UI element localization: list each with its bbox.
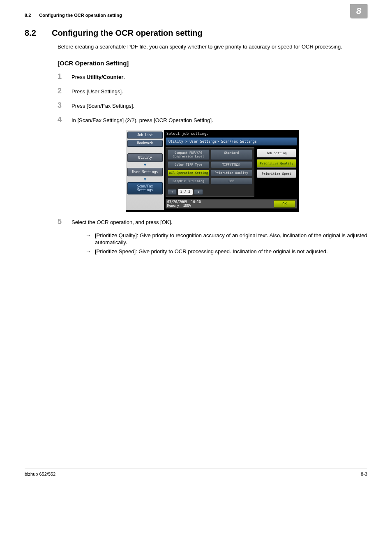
step-number: 1 bbox=[58, 72, 71, 81]
step-number: 5 bbox=[58, 217, 71, 226]
embedded-device-screenshot: Job List Bookmark Utility ▼ User Setting… bbox=[126, 130, 299, 212]
setting-label[interactable]: Graphic Outlining bbox=[168, 178, 210, 185]
option-prioritize-quality[interactable]: Prioritize Quality bbox=[257, 159, 296, 168]
step-number: 4 bbox=[58, 116, 71, 124]
setting-value: Standard bbox=[211, 149, 253, 160]
page-up-button[interactable]: ↑ bbox=[168, 189, 177, 195]
setting-label[interactable]: Color TIFF Type bbox=[168, 161, 210, 168]
option-prioritize-speed[interactable]: Prioritize Speed bbox=[257, 169, 296, 178]
step-5: 5 Select the OCR operation, and press [O… bbox=[58, 217, 367, 226]
intro-paragraph: Before creating a searchable PDF file, y… bbox=[58, 43, 367, 51]
chevron-down-icon: ▼ bbox=[127, 163, 163, 166]
section-heading: 8.2Configuring the OCR operation setting bbox=[25, 28, 367, 38]
step-text: In [Scan/Fax Settings] (2/2), press [OCR… bbox=[71, 117, 367, 123]
sidebar-item-scan-fax[interactable]: Scan/Fax Settings bbox=[127, 182, 163, 194]
setting-value: OFF bbox=[211, 178, 253, 185]
step-2: 2 Press [User Settings]. bbox=[58, 87, 367, 95]
running-header: 8.2 Configuring the OCR operation settin… bbox=[25, 12, 367, 20]
subheading: [OCR Operation Setting] bbox=[58, 60, 367, 67]
arrow-icon: → bbox=[85, 248, 91, 255]
step-text: Press Utility/Counter. bbox=[71, 74, 367, 80]
bullet-item: → [Prioritize Speed]: Give priority to O… bbox=[85, 248, 367, 255]
step-text: Select the OCR operation, and press [OK]… bbox=[71, 219, 367, 225]
footer-date: 03/26/2009 16:10 Memory 100% bbox=[167, 200, 201, 208]
step-text: Press [Scan/Fax Settings]. bbox=[71, 103, 367, 109]
header-section-title: Configuring the OCR operation setting bbox=[39, 13, 122, 18]
ok-button[interactable]: OK bbox=[274, 200, 295, 208]
sidebar-item-utility[interactable]: Utility bbox=[127, 153, 163, 162]
bullet-text: [Prioritize Quality]: Give priority to r… bbox=[95, 232, 367, 246]
setting-value: Prioritize Quality bbox=[211, 169, 253, 176]
section-number: 8.2 bbox=[25, 28, 52, 38]
step-text: Press [User Settings]. bbox=[71, 88, 367, 95]
setting-value: TIFF(TTN2) bbox=[211, 161, 253, 168]
setting-label-selected[interactable]: OCR Operation Setting bbox=[168, 169, 210, 176]
step-number: 2 bbox=[58, 87, 71, 95]
section-title-text: Configuring the OCR operation setting bbox=[52, 28, 203, 37]
bullet-text: [Prioritize Speed]: Give priority to OCR… bbox=[95, 248, 328, 255]
header-section-number: 8.2 bbox=[25, 13, 31, 18]
tab-bookmark[interactable]: Bookmark bbox=[127, 140, 163, 147]
footer-right: 8-3 bbox=[361, 472, 367, 476]
step-number: 3 bbox=[58, 101, 71, 110]
settings-list: Compact PDF/XPS Compression Level Standa… bbox=[166, 147, 254, 197]
footer-left: bizhub 652/552 bbox=[25, 472, 55, 476]
step-1: 1 Press Utility/Counter. bbox=[58, 72, 367, 81]
bullet-item: → [Prioritize Quality]: Give priority to… bbox=[85, 232, 367, 246]
setting-label[interactable]: Compact PDF/XPS Compression Level bbox=[168, 149, 210, 160]
tab-job-list[interactable]: Job List bbox=[127, 132, 163, 139]
page-down-button[interactable]: ↓ bbox=[194, 189, 203, 195]
pager: ↑ 2 / 2 ↓ bbox=[168, 189, 252, 195]
breadcrumb: Utility > User Settings> Scan/Fax Settin… bbox=[166, 137, 297, 146]
sidebar-item-user-settings[interactable]: User Settings bbox=[127, 168, 163, 176]
arrow-icon: → bbox=[85, 232, 91, 246]
page-indicator: 2 / 2 bbox=[178, 189, 193, 195]
step-4: 4 In [Scan/Fax Settings] (2/2), press [O… bbox=[58, 116, 367, 124]
page-footer: bizhub 652/552 8-3 bbox=[25, 469, 367, 476]
chevron-down-icon: ▼ bbox=[127, 178, 163, 181]
chapter-badge: 8 bbox=[350, 4, 367, 18]
screen-prompt: Select job setting. bbox=[166, 131, 297, 137]
options-header: Job Setting bbox=[257, 149, 296, 157]
step-3: 3 Press [Scan/Fax Settings]. bbox=[58, 101, 367, 110]
